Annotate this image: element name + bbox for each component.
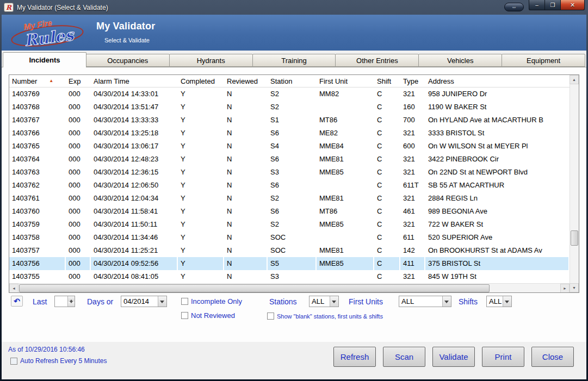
table-row[interactable]: 140375500004/30/2014 08:41:05YNS3C321845… [9, 270, 570, 283]
table-cell: C [374, 257, 400, 270]
scan-button[interactable]: Scan [383, 347, 425, 367]
column-header-label: Shift [377, 77, 391, 85]
column-header-label: Completed [181, 77, 215, 85]
table-cell: 04/30/2014 09:52:56 [91, 257, 178, 270]
scroll-up-icon[interactable]: ▲ [570, 75, 579, 84]
table-cell: C [374, 114, 400, 127]
scroll-right-icon[interactable]: ► [560, 284, 570, 292]
table-cell: MME81 [317, 192, 374, 205]
tab-other-entries[interactable]: Other Entries [335, 54, 419, 67]
table-cell: 845 W 19TH St [425, 270, 570, 283]
vertical-scrollbar[interactable]: ▲ ▼ [570, 75, 579, 292]
refresh-button[interactable]: Refresh [333, 347, 376, 367]
table-cell [317, 179, 374, 192]
vscroll-thumb[interactable] [571, 230, 578, 246]
month-select[interactable]: 04/2014 [121, 296, 167, 307]
first-units-select[interactable]: ALL [399, 296, 451, 307]
tab-equipment[interactable]: Equipment [502, 54, 585, 67]
tab-hydrants[interactable]: Hydrants [169, 54, 253, 67]
horizontal-scrollbar[interactable]: ◄ ► [9, 283, 570, 292]
table-cell: 1403768 [9, 101, 66, 114]
close-window-button[interactable]: ✕ [560, 0, 585, 10]
table-row[interactable]: 140376400004/30/2014 12:48:23YNS6MME81C3… [9, 153, 570, 166]
column-header-exp[interactable]: Exp [66, 77, 91, 85]
dropdown-arrow-icon[interactable] [442, 296, 451, 307]
last-days-input[interactable] [54, 296, 75, 307]
spin-down-icon[interactable] [68, 302, 75, 307]
show-blank-checkbox[interactable]: Show "blank" stations, first units & shi… [267, 313, 383, 320]
table-cell: 700 [400, 114, 425, 127]
table-cell: MME84 [317, 140, 374, 153]
table-cell: 321 [400, 192, 425, 205]
table-cell: SB 55 AT MACARTHUR [425, 179, 570, 192]
table-row[interactable]: 140376500004/30/2014 13:06:17YNS4MME84C6… [9, 140, 570, 153]
tab-training[interactable]: Training [252, 54, 336, 67]
table-row[interactable]: 140375600004/30/2014 09:52:56YNS5MME85C4… [9, 257, 570, 270]
table-row[interactable]: 140375800004/30/2014 11:34:46YNSOCC61152… [9, 231, 570, 244]
table-cell: C [374, 88, 400, 101]
table-row[interactable]: 140375700004/30/2014 11:25:21YNSOCMME81C… [9, 244, 570, 257]
table-cell: N [224, 205, 268, 218]
column-header-first-unit[interactable]: First Unit [317, 77, 374, 85]
table-cell: 1190 W BAKER St [425, 101, 570, 114]
table-cell: 1403765 [9, 140, 66, 153]
table-cell: 000 [66, 166, 91, 179]
maximize-button[interactable]: ❐ [544, 0, 560, 10]
minimize-button[interactable]: – [529, 0, 544, 10]
table-cell: 611 [400, 231, 425, 244]
column-header-completed[interactable]: Completed [178, 77, 224, 85]
table-cell: 04/30/2014 11:25:21 [91, 244, 178, 257]
scroll-down-icon[interactable]: ▼ [570, 283, 579, 292]
table-row[interactable]: 140376000004/30/2014 11:58:41YNS6MT86C46… [9, 205, 570, 218]
table-cell: 411 [400, 257, 425, 270]
hscroll-thumb[interactable] [19, 284, 490, 292]
page-subtitle: Select & Validate [104, 37, 155, 43]
column-header-shift[interactable]: Shift [374, 77, 400, 85]
table-row[interactable]: 140376200004/30/2014 12:06:50YNS6C611TSB… [9, 179, 570, 192]
auto-refresh-label: Auto Refresh Every 5 Minutes [20, 357, 107, 365]
stations-select[interactable]: ALL [309, 296, 339, 307]
table-cell: 1403758 [9, 231, 66, 244]
table-cell: 160 [400, 101, 425, 114]
table-row[interactable]: 140376600004/30/2014 13:25:18YNS6ME82C32… [9, 127, 570, 140]
scroll-left-icon[interactable]: ◄ [9, 284, 18, 292]
print-button[interactable]: Print [482, 347, 524, 367]
undo-button[interactable]: ↶ [11, 296, 23, 307]
incomplete-only-checkbox[interactable]: Incomplete Only [181, 297, 242, 305]
validate-button[interactable]: Validate [432, 347, 475, 367]
tab-incidents[interactable]: Incidents [3, 52, 86, 67]
column-header-number[interactable]: Number▲ [9, 77, 66, 85]
table-cell: 04/30/2014 13:51:47 [91, 101, 178, 114]
column-header-address[interactable]: Address [425, 77, 570, 85]
table-row[interactable]: 140375900004/30/2014 11:50:11YNS2MME85C3… [9, 218, 570, 231]
column-header-type[interactable]: Type [400, 77, 425, 85]
table-cell [317, 231, 374, 244]
table-cell: N [224, 101, 268, 114]
incomplete-only-label: Incomplete Only [191, 297, 242, 305]
auto-refresh-checkbox[interactable]: Auto Refresh Every 5 Minutes [10, 357, 107, 365]
column-header-alarm-time[interactable]: Alarm Time [91, 77, 178, 85]
column-header-station[interactable]: Station [268, 77, 317, 85]
table-cell: N [224, 231, 268, 244]
table-cell: 1403766 [9, 127, 66, 140]
table-cell: S3 [268, 166, 317, 179]
not-reviewed-checkbox[interactable]: Not Reviewed [181, 311, 235, 320]
table-cell: MT86 [317, 114, 374, 127]
dropdown-arrow-icon[interactable] [158, 296, 166, 307]
table-cell: Y [178, 244, 224, 257]
table-cell: N [224, 153, 268, 166]
column-header-reviewed[interactable]: Reviewed [224, 77, 268, 85]
dropdown-arrow-icon[interactable] [330, 296, 338, 307]
table-row[interactable]: 140376900004/30/2014 14:33:01YNS2MM82C32… [9, 88, 570, 101]
table-row[interactable]: 140376800004/30/2014 13:51:47YNS2C160119… [9, 101, 570, 114]
tab-vehicles[interactable]: Vehicles [418, 54, 502, 67]
shifts-select[interactable]: ALL [486, 296, 512, 307]
table-row[interactable]: 140376700004/30/2014 13:33:33YNS1MT86C70… [9, 114, 570, 127]
table-cell: 000 [66, 114, 91, 127]
table-row[interactable]: 140376300004/30/2014 12:36:15YNS3MME85C3… [9, 166, 570, 179]
dropdown-arrow-icon[interactable] [503, 296, 511, 307]
tab-occupancies[interactable]: Occupancies [86, 54, 170, 67]
resize-pill-button[interactable]: ⇔ [504, 3, 524, 11]
table-row[interactable]: 140376100004/30/2014 12:04:34YNS2MME81C3… [9, 192, 570, 205]
close-button[interactable]: Close [531, 347, 574, 367]
